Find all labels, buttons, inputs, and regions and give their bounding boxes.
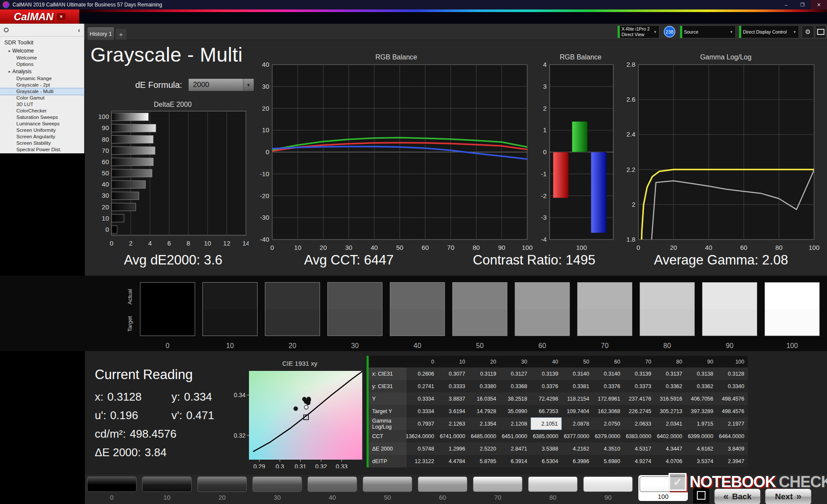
- chevron-down-icon: ▼: [729, 30, 735, 34]
- svg-text:-2: -2: [541, 192, 547, 199]
- table-cell: 172.6961: [593, 392, 624, 405]
- level-button-60[interactable]: 60: [418, 476, 467, 501]
- table-cell: 4.6162: [686, 442, 717, 455]
- chevron-down-icon: ▼: [243, 79, 254, 91]
- level-button-label: 50: [363, 494, 412, 501]
- table-cell: 0.2606: [407, 367, 438, 380]
- display-icon: [817, 29, 824, 35]
- v-prime-value: 0.471: [186, 409, 214, 422]
- table-row-label: dEITP: [369, 455, 407, 467]
- table-cell: 16.0354: [469, 392, 500, 405]
- level-button-90[interactable]: 90: [583, 476, 633, 501]
- patch-level-label: 20: [265, 342, 320, 350]
- svg-text:30: 30: [345, 244, 352, 250]
- svg-text:1: 1: [543, 126, 547, 134]
- sidebar-item-saturation-sweeps[interactable]: Saturation Sweeps: [0, 114, 84, 121]
- sidebar-item-screen-stability[interactable]: Screen Stability: [0, 140, 84, 146]
- maximize-button[interactable]: ❐: [794, 0, 811, 9]
- sidebar-item-welcome[interactable]: Welcome: [0, 55, 84, 61]
- rgb-balance-line-chart: RGB Balance -40-30-20-100102030400102030…: [257, 53, 536, 250]
- level-button-20[interactable]: 20: [197, 476, 247, 501]
- sidebar-item-colorchecker[interactable]: ColorChecker: [0, 108, 84, 114]
- svg-text:0.3: 0.3: [276, 463, 284, 468]
- collapse-sidebar-icon[interactable]: ‹: [78, 27, 80, 33]
- tab-history-1[interactable]: History 1: [87, 27, 115, 40]
- table-cell: 0.3128: [717, 367, 748, 380]
- sidebar-item-options[interactable]: Options: [0, 61, 84, 68]
- table-cell: 6451.0000: [500, 430, 531, 442]
- svg-text:-4: -4: [541, 236, 547, 243]
- svg-text:0.29: 0.29: [253, 463, 265, 468]
- svg-text:0: 0: [106, 226, 109, 233]
- sidebar-item-grayscale-2pt[interactable]: Grayscale - 2pt: [0, 82, 84, 88]
- table-cell: 0.3140: [593, 367, 624, 380]
- gear-icon: ⚙: [805, 28, 811, 36]
- level-button-50[interactable]: 50: [363, 476, 412, 501]
- calman-logo[interactable]: CalMAN ▼: [0, 9, 79, 24]
- patch-cell-60: 60: [515, 282, 570, 350]
- pattern-display-button[interactable]: [815, 25, 826, 38]
- sidebar-group-welcome[interactable]: ▸Welcome: [0, 47, 84, 55]
- patch-target-half: [203, 309, 257, 336]
- patch-level-label: 60: [515, 342, 570, 350]
- patch-actual-half: [640, 283, 694, 309]
- level-button-40[interactable]: 40: [308, 476, 357, 501]
- sidebar-item-dynamic-range[interactable]: Dynamic Range: [0, 75, 84, 82]
- patch-cell-100: 100: [765, 282, 820, 350]
- svg-text:20: 20: [670, 244, 677, 250]
- level-button-70[interactable]: 70: [473, 476, 522, 501]
- sidebar-item-3d-lut[interactable]: 3D LUT: [0, 101, 84, 108]
- luminance-badge[interactable]: 238: [664, 26, 675, 37]
- patch-cell-80: 80: [640, 282, 695, 350]
- level-button-label: 60: [418, 494, 467, 501]
- source-dropdown[interactable]: Source ▼: [680, 25, 736, 38]
- table-cell: 0.3334: [407, 405, 438, 417]
- record-icon[interactable]: [4, 28, 9, 32]
- patch-actual-half: [578, 283, 632, 309]
- table-cell: 6.3986: [562, 455, 593, 467]
- table-col-header-60: 60: [593, 356, 624, 367]
- svg-text:10: 10: [262, 126, 269, 134]
- table-cell: 6485.0000: [469, 430, 500, 442]
- chevron-down-icon: ▼: [653, 30, 659, 34]
- sidebar-item-color-gamut[interactable]: Color Gamut: [0, 95, 84, 101]
- svg-text:40: 40: [102, 180, 109, 188]
- display-control-dropdown[interactable]: Direct Display Control ▼: [739, 25, 799, 38]
- add-tab-button[interactable]: +: [115, 28, 127, 40]
- level-button-10[interactable]: 10: [142, 476, 192, 501]
- minimize-button[interactable]: –: [778, 0, 794, 9]
- settings-button[interactable]: ⚙: [802, 25, 814, 38]
- level-swatch-80: [528, 476, 578, 492]
- svg-text:30: 30: [262, 83, 269, 90]
- svg-text:8: 8: [187, 240, 190, 247]
- patch-cell-30: 30: [327, 282, 382, 350]
- patch-actual-half: [140, 283, 195, 309]
- meter-dropdown[interactable]: X-Rite i1Pro 2 Direct View ▼: [617, 25, 659, 38]
- table-cell: 237.4176: [624, 392, 655, 405]
- patch-cell-10: 10: [202, 282, 258, 350]
- close-button[interactable]: ✕: [811, 0, 827, 9]
- cie-chart-svg: 0.320.340.290.30.310.320.33: [233, 368, 367, 468]
- svg-text:2.6: 2.6: [626, 96, 635, 103]
- table-row-label: x: CIE31: [369, 367, 407, 380]
- sidebar-item-luminance-sweeps[interactable]: Luminance Sweeps: [0, 121, 84, 127]
- sidebar-item-screen-angularity[interactable]: Screen Angularity: [0, 134, 84, 140]
- sidebar-item-grayscale-multi[interactable]: Grayscale - Multi: [0, 88, 84, 95]
- level-button-30[interactable]: 30: [252, 476, 302, 501]
- sidebar-item-screen-uniformity[interactable]: Screen Uniformity: [0, 127, 84, 134]
- rgb-balance-line-svg: -40-30-20-100102030400102030405060708090…: [257, 62, 536, 250]
- level-button-0[interactable]: 0: [87, 476, 137, 501]
- level-swatch-50: [363, 476, 412, 492]
- rgb-balance-bar-svg: 43210-1-2-3-4100: [538, 62, 623, 250]
- sidebar-tree: ▸WelcomeWelcomeOptions▸AnalysisDynamic R…: [0, 47, 84, 153]
- de-formula-select[interactable]: 2000 ▼: [188, 78, 254, 91]
- sidebar-group-analysis[interactable]: ▸Analysis: [0, 68, 84, 75]
- x-label: x:: [95, 390, 103, 403]
- sidebar-item-spectral-power-dist[interactable]: Spectral Power Dist.: [0, 146, 84, 153]
- table-cell: 226.2745: [624, 405, 655, 417]
- grayscale-patch-0: [140, 282, 195, 336]
- avg-de2000-stat: Avg dE2000: 3.6: [87, 252, 259, 268]
- level-button-80[interactable]: 80: [528, 476, 578, 501]
- table-cell: 4.3510: [593, 442, 624, 455]
- patch-level-label: 70: [577, 342, 632, 350]
